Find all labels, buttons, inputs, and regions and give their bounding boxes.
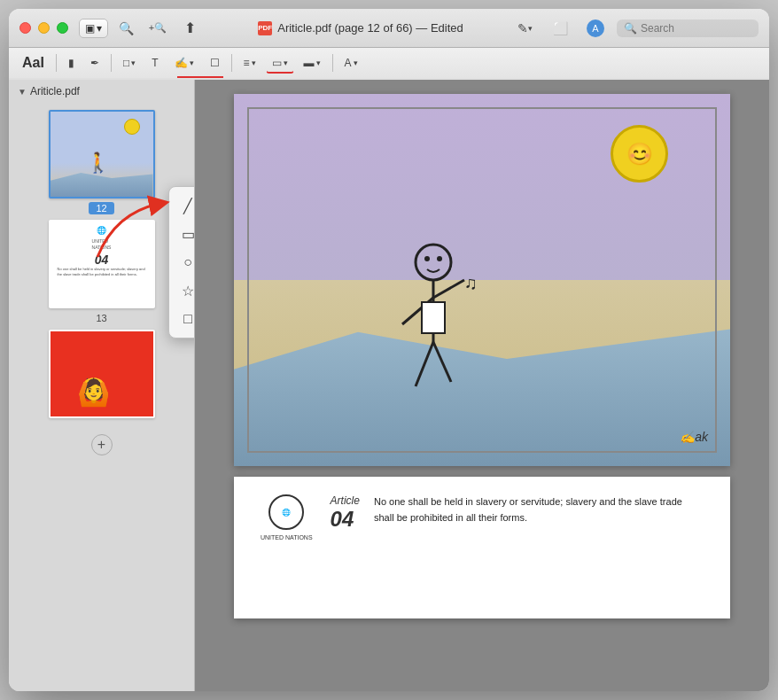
fill-rect-button[interactable]: ▬ ▾ bbox=[298, 53, 327, 73]
thumb-art-13: 🌐 UNITEDNATIONS 04 No one shall be held … bbox=[51, 222, 153, 307]
pen-dropdown-icon: ▾ bbox=[528, 24, 533, 33]
article-text: No one shall be held in slavery or servi… bbox=[374, 494, 704, 525]
window-title: Ariticle.pdf (page 12 of 66) — Edited bbox=[277, 21, 463, 35]
pen-annotate-icon: ✒ bbox=[90, 57, 99, 69]
page-13-thumbnail[interactable]: 🌐 UNITEDNATIONS 04 No one shall be held … bbox=[49, 220, 155, 324]
pdf-icon: PDF bbox=[258, 21, 272, 35]
traffic-lights bbox=[19, 22, 68, 34]
separator2 bbox=[111, 54, 112, 72]
page-12-card: 😊 bbox=[234, 94, 730, 466]
un-text: UNITED NATIONS bbox=[261, 533, 313, 541]
page-12-artwork: 😊 bbox=[234, 94, 730, 466]
page-14-thumbnail[interactable]: 🙆 bbox=[49, 330, 155, 424]
square-button[interactable]: □ bbox=[175, 306, 195, 332]
annotation-toolbar: AaI ▮ ✒ □ ▾ T ✍ ▾ ☐ ≡ ▾ ▭ ▾ bbox=[9, 48, 769, 80]
copy-icon: ⬜ bbox=[553, 21, 568, 35]
sidebar-icon: ▣ bbox=[85, 22, 95, 35]
shapes-button[interactable]: □ ▾ bbox=[117, 53, 142, 73]
minimize-button[interactable] bbox=[38, 22, 50, 34]
signature-icon: ✍ bbox=[175, 57, 188, 69]
page-14-number bbox=[95, 422, 109, 424]
highlight-icon: A bbox=[587, 19, 604, 37]
document-area[interactable]: 😊 bbox=[195, 80, 769, 691]
un-logo-area: 🌐 UNITED NATIONS bbox=[261, 494, 313, 601]
add-page-button[interactable]: + bbox=[91, 434, 113, 455]
shapes-icon: □ bbox=[123, 57, 129, 69]
article-number: 04 bbox=[331, 507, 360, 532]
share-icon: ⬆ bbox=[184, 19, 196, 36]
search-icon: 🔍 bbox=[624, 22, 637, 35]
border-rect-button[interactable]: ▭ ▾ bbox=[266, 53, 294, 74]
rect-empty-icon: ▭ bbox=[182, 226, 195, 243]
border-rect-icon: ▭ bbox=[272, 57, 282, 69]
thumbnail-14[interactable]: 🙆 bbox=[49, 330, 155, 418]
zoom-out-button[interactable]: 🔍 bbox=[112, 16, 140, 41]
cursor-button[interactable]: ▮ bbox=[62, 53, 81, 73]
zoom-in-button[interactable]: +🔍 bbox=[144, 16, 172, 41]
sidebar: ▼ Ariticle.pdf 🚶 bbox=[9, 80, 195, 691]
star-icon: ☆ bbox=[182, 283, 194, 299]
star-button[interactable]: ☆ bbox=[175, 277, 195, 304]
pen-tool-button[interactable]: ✎ ▾ bbox=[510, 16, 539, 41]
page-12-thumbnail[interactable]: 🚶 12 bbox=[49, 110, 155, 214]
text-button[interactable]: T bbox=[145, 53, 164, 73]
cursor-icon: ▮ bbox=[68, 57, 74, 69]
note-button[interactable]: ☐ bbox=[204, 53, 226, 73]
font-style-icon: A bbox=[345, 57, 352, 69]
align-dropdown-icon: ▾ bbox=[252, 58, 256, 67]
separator4 bbox=[332, 54, 333, 72]
fill-rect-icon: ▬ bbox=[304, 57, 315, 69]
fill-dropdown-icon: ▾ bbox=[316, 58, 321, 67]
line-icon: ╱ bbox=[183, 198, 192, 214]
align-button[interactable]: ≡ ▾ bbox=[237, 53, 262, 73]
square-icon: □ bbox=[183, 311, 192, 327]
text-icon: T bbox=[152, 57, 158, 69]
signature: ✍ak bbox=[680, 430, 708, 444]
sidebar-header: ▼ Ariticle.pdf bbox=[9, 80, 194, 103]
article-content: Article 04 No one shall be held in slave… bbox=[331, 494, 704, 601]
active-indicator bbox=[177, 76, 223, 78]
note-icon: ☐ bbox=[210, 57, 220, 69]
maximize-button[interactable] bbox=[57, 22, 68, 34]
font-button[interactable]: AaI bbox=[16, 52, 51, 74]
highlight-button[interactable]: A bbox=[581, 16, 610, 41]
un-logo: 🌐 bbox=[268, 494, 304, 530]
separator bbox=[56, 54, 57, 72]
thumb-figure: 🙆 bbox=[77, 377, 110, 408]
signature-button[interactable]: ✍ ▾ bbox=[168, 53, 200, 73]
shape-picker-popup: ╱ ↗ ▭ ○ ● ☆ bbox=[168, 186, 195, 338]
app-window: ▣ ▾ 🔍 +🔍 ⬆ PDF Ariticle.pdf (page 12 of … bbox=[9, 9, 769, 691]
main-content: ▼ Ariticle.pdf 🚶 bbox=[9, 80, 769, 691]
titlebar-center: PDF Ariticle.pdf (page 12 of 66) — Edite… bbox=[211, 21, 510, 35]
rect-empty-button[interactable]: ▭ bbox=[175, 221, 195, 247]
zoom-out-icon: 🔍 bbox=[119, 21, 134, 35]
file-name: Ariticle.pdf bbox=[30, 85, 80, 97]
line-shape-button[interactable]: ╱ bbox=[175, 192, 195, 219]
page-13-card: 🌐 UNITED NATIONS Article 04 No one shall… bbox=[234, 477, 730, 618]
collapse-icon[interactable]: ▼ bbox=[18, 87, 27, 97]
page-13-content: 🌐 UNITED NATIONS Article 04 No one shall… bbox=[234, 477, 730, 618]
page-13-number: 13 bbox=[89, 312, 113, 324]
copy-button[interactable]: ⬜ bbox=[546, 16, 574, 41]
border-dropdown-icon: ▾ bbox=[284, 58, 288, 67]
sig-dropdown-icon: ▾ bbox=[190, 58, 194, 67]
search-box[interactable]: 🔍 bbox=[617, 19, 759, 37]
un-logo-symbol: 🌐 bbox=[282, 509, 291, 517]
thumbnail-12[interactable]: 🚶 bbox=[49, 110, 155, 198]
align-icon: ≡ bbox=[244, 57, 250, 69]
thumb-stickman: 🚶 bbox=[86, 152, 110, 175]
search-input[interactable] bbox=[641, 22, 751, 35]
circle-empty-button[interactable]: ○ bbox=[175, 249, 195, 276]
article-label: Article bbox=[331, 494, 360, 507]
thumbnail-13[interactable]: 🌐 UNITEDNATIONS 04 No one shall be held … bbox=[49, 220, 155, 308]
sidebar-toggle[interactable]: ▣ ▾ bbox=[79, 19, 108, 38]
font-style-button[interactable]: A ▾ bbox=[338, 53, 364, 73]
close-button[interactable] bbox=[19, 22, 31, 34]
page-border bbox=[247, 107, 717, 453]
page-12-number: 12 bbox=[89, 202, 113, 214]
pen-annotate-button[interactable]: ✒ bbox=[84, 53, 105, 73]
separator3 bbox=[231, 54, 232, 72]
share-button[interactable]: ⬆ bbox=[175, 16, 204, 41]
font-style-dropdown: ▾ bbox=[354, 58, 358, 67]
circle-empty-icon: ○ bbox=[183, 254, 192, 270]
